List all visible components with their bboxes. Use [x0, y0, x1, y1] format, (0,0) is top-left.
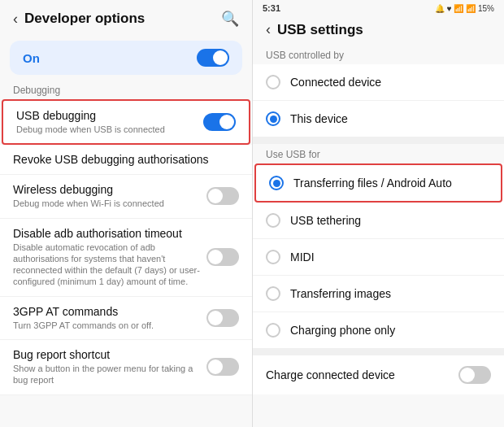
controlled-by-group: Connected device This device: [253, 64, 504, 137]
wireless-debugging-text: Wireless debugging Debug mode when Wi-Fi…: [13, 183, 206, 209]
wireless-debugging-item[interactable]: Wireless debugging Debug mode when Wi-Fi…: [0, 175, 252, 218]
divider-1: [253, 137, 504, 144]
radio-charging-only-label: Charging phone only: [290, 324, 395, 337]
3gpp-subtitle: Turn 3GPP AT commands on or off.: [13, 320, 206, 331]
disable-adb-text: Disable adb authorisation timeout Disabl…: [13, 227, 206, 288]
radio-usb-tethering-circle[interactable]: [266, 213, 280, 228]
3gpp-toggle[interactable]: [206, 309, 239, 327]
search-icon[interactable]: 🔍: [221, 10, 239, 28]
disable-adb-title: Disable adb authorisation timeout: [13, 227, 206, 240]
debugging-section-label: Debugging: [0, 81, 252, 99]
radio-midi[interactable]: MIDI: [253, 239, 504, 276]
right-page-title: USB settings: [277, 22, 363, 38]
radio-this-device-inner: [270, 115, 277, 123]
right-back-icon[interactable]: ‹: [266, 21, 271, 38]
disable-adb-subtitle: Disable automatic revocation of adb auth…: [13, 242, 206, 288]
use-usb-group: Transferring files / Android Auto USB te…: [253, 163, 504, 349]
usb-debugging-toggle[interactable]: [203, 113, 236, 131]
charge-connected-toggle-thumb: [460, 368, 475, 382]
right-header: ‹ USB settings: [253, 15, 504, 45]
usb-debugging-toggle-thumb: [219, 115, 234, 129]
radio-connected-device-circle[interactable]: [266, 75, 280, 89]
wireless-debugging-toggle[interactable]: [206, 187, 239, 205]
3gpp-text: 3GPP AT commands Turn 3GPP AT commands o…: [13, 305, 206, 331]
status-bar: 5:31 🔔 ♥ 📶 📶 15%: [253, 0, 504, 15]
divider-2: [253, 349, 504, 355]
usb-debugging-subtitle: Debug mode when USB is connected: [16, 124, 203, 135]
radio-transferring-files[interactable]: Transferring files / Android Auto: [254, 163, 502, 203]
bug-report-toggle-thumb: [208, 359, 223, 374]
left-panel: ‹ Developer options 🔍 On Debugging USB d…: [0, 0, 252, 427]
radio-transferring-files-circle[interactable]: [269, 176, 284, 190]
radio-transferring-images-label: Transferring images: [290, 287, 391, 300]
settings-list: USB debugging Debug mode when USB is con…: [0, 99, 252, 427]
usb-debugging-title: USB debugging: [16, 109, 203, 122]
3gpp-toggle-thumb: [208, 311, 223, 325]
status-time: 5:31: [263, 3, 280, 13]
radio-usb-tethering[interactable]: USB tethering: [253, 203, 504, 239]
radio-this-device[interactable]: This device: [253, 101, 504, 137]
radio-transferring-files-label: Transferring files / Android Auto: [293, 176, 452, 190]
bug-report-text: Bug report shortcut Show a button in the…: [13, 348, 206, 386]
use-usb-label: Use USB for: [253, 144, 504, 163]
wireless-debugging-toggle-thumb: [208, 189, 223, 203]
radio-this-device-label: This device: [290, 112, 348, 125]
radio-transferring-files-inner: [273, 180, 280, 187]
left-header: ‹ Developer options 🔍: [0, 0, 252, 37]
controlled-by-label: USB controlled by: [253, 45, 504, 64]
bug-report-toggle[interactable]: [206, 358, 239, 376]
bug-report-title: Bug report shortcut: [13, 348, 206, 361]
bug-report-subtitle: Show a button in the power menu for taki…: [13, 363, 206, 386]
radio-midi-circle[interactable]: [266, 250, 280, 264]
on-toggle-row[interactable]: On: [10, 41, 242, 75]
page-title: Developer options: [24, 11, 145, 27]
on-toggle-thumb: [213, 50, 228, 65]
on-label: On: [23, 51, 40, 65]
revoke-usb-text: Revoke USB debugging authorisations: [13, 153, 239, 166]
charge-connected-toggle[interactable]: [458, 366, 491, 384]
radio-connected-device-label: Connected device: [290, 76, 381, 89]
radio-usb-tethering-label: USB tethering: [290, 214, 361, 227]
left-header-left: ‹ Developer options: [13, 11, 145, 28]
disable-adb-toggle[interactable]: [206, 248, 239, 266]
radio-this-device-circle[interactable]: [266, 111, 280, 126]
revoke-usb-item[interactable]: Revoke USB debugging authorisations: [0, 145, 252, 175]
disable-adb-item[interactable]: Disable adb authorisation timeout Disabl…: [0, 219, 252, 297]
usb-debugging-text: USB debugging Debug mode when USB is con…: [16, 109, 203, 135]
radio-charging-only-circle[interactable]: [266, 323, 280, 338]
charge-connected-label: Charge connected device: [266, 368, 395, 381]
bug-report-item[interactable]: Bug report shortcut Show a button in the…: [0, 340, 252, 395]
revoke-usb-title: Revoke USB debugging authorisations: [13, 153, 239, 166]
wireless-debugging-title: Wireless debugging: [13, 183, 206, 196]
status-icons: 🔔 ♥ 📶 📶 15%: [435, 4, 494, 13]
disable-adb-toggle-thumb: [208, 250, 223, 264]
3gpp-item[interactable]: 3GPP AT commands Turn 3GPP AT commands o…: [0, 297, 252, 340]
radio-midi-label: MIDI: [290, 251, 315, 264]
back-icon[interactable]: ‹: [13, 11, 18, 28]
on-toggle[interactable]: [197, 49, 229, 67]
wireless-debugging-subtitle: Debug mode when Wi-Fi is connected: [13, 198, 206, 209]
charge-connected-row[interactable]: Charge connected device: [253, 355, 504, 394]
3gpp-title: 3GPP AT commands: [13, 305, 206, 318]
usb-debugging-item[interactable]: USB debugging Debug mode when USB is con…: [2, 99, 250, 145]
radio-connected-device[interactable]: Connected device: [253, 64, 504, 101]
right-panel: 5:31 🔔 ♥ 📶 📶 15% ‹ USB settings USB cont…: [252, 0, 504, 427]
radio-transferring-images[interactable]: Transferring images: [253, 276, 504, 312]
radio-charging-only[interactable]: Charging phone only: [253, 312, 504, 349]
radio-transferring-images-circle[interactable]: [266, 286, 280, 301]
